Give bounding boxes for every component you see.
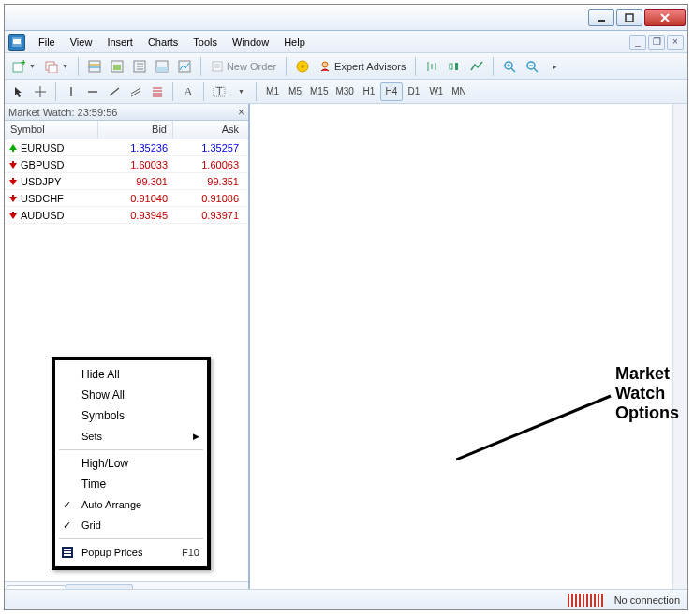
ctx-high-low[interactable]: High/Low bbox=[55, 453, 207, 474]
col-bid[interactable]: Bid bbox=[98, 121, 173, 139]
market-watch-close-icon[interactable]: × bbox=[238, 106, 244, 119]
svg-point-27 bbox=[322, 62, 328, 67]
timeframe-h1[interactable]: H1 bbox=[358, 82, 380, 101]
zoom-out-button[interactable] bbox=[522, 56, 542, 77]
drawing-toolbar: A T ▼ M1M5M15M30H1H4D1W1MN bbox=[5, 80, 687, 104]
direction-down-icon bbox=[8, 194, 18, 203]
more-button[interactable]: ▸ bbox=[544, 56, 565, 77]
svg-rect-31 bbox=[450, 64, 452, 69]
symbol-row-gbpusd[interactable]: GBPUSD1.600331.60063 bbox=[5, 156, 248, 173]
direction-down-icon bbox=[8, 160, 18, 169]
menu-file[interactable]: File bbox=[31, 34, 63, 51]
symbol-row-usdchf[interactable]: USDCHF0.910400.91086 bbox=[5, 190, 248, 207]
ctx-time[interactable]: Time bbox=[55, 474, 207, 494]
svg-rect-21 bbox=[179, 61, 190, 72]
timeframe-mn[interactable]: MN bbox=[448, 82, 470, 101]
trendline-tool[interactable] bbox=[104, 81, 125, 102]
app-icon bbox=[8, 34, 25, 51]
new-order-button[interactable]: New Order bbox=[207, 56, 280, 77]
vertical-scrollbar[interactable] bbox=[672, 104, 687, 602]
menu-view[interactable]: View bbox=[63, 34, 100, 51]
ctx-symbols[interactable]: Symbols bbox=[55, 405, 207, 426]
zoom-in-button[interactable] bbox=[499, 56, 520, 77]
navigator-toggle[interactable] bbox=[129, 56, 150, 77]
mdi-close-button[interactable]: × bbox=[667, 35, 684, 50]
arrows-tool[interactable]: ▼ bbox=[230, 81, 251, 102]
bid-value: 1.35236 bbox=[98, 142, 173, 154]
ask-value: 0.93971 bbox=[173, 210, 248, 221]
ask-value: 1.60063 bbox=[173, 159, 248, 170]
menu-window[interactable]: Window bbox=[225, 34, 276, 51]
minimize-button[interactable] bbox=[588, 9, 614, 26]
svg-line-34 bbox=[511, 68, 515, 72]
symbol-name: USDJPY bbox=[21, 176, 61, 187]
market-watch-title-text: Market Watch: 23:59:56 bbox=[8, 107, 117, 118]
menu-help[interactable]: Help bbox=[276, 34, 313, 51]
data-window-toggle[interactable] bbox=[107, 56, 127, 77]
svg-rect-57 bbox=[64, 554, 71, 556]
ctx-show-all[interactable]: Show All bbox=[55, 385, 207, 405]
meta-editor-button[interactable] bbox=[292, 56, 313, 77]
svg-rect-56 bbox=[64, 551, 71, 553]
ask-value: 99.351 bbox=[173, 176, 248, 187]
timeframe-h4[interactable]: H4 bbox=[380, 82, 403, 101]
mdi-minimize-button[interactable]: _ bbox=[629, 35, 646, 50]
text-label-tool[interactable]: T bbox=[209, 81, 229, 102]
menu-charts[interactable]: Charts bbox=[140, 34, 185, 51]
ctx-popup-prices[interactable]: Popup PricesF10 bbox=[55, 542, 207, 563]
svg-rect-1 bbox=[626, 14, 633, 22]
col-ask[interactable]: Ask bbox=[173, 121, 248, 139]
ctx-hide-all[interactable]: Hide All bbox=[55, 364, 207, 385]
timeframe-d1[interactable]: D1 bbox=[403, 82, 425, 101]
ctx-sets[interactable]: Sets▶ bbox=[55, 426, 207, 447]
timeframe-m15[interactable]: M15 bbox=[306, 82, 332, 101]
channel-tool[interactable] bbox=[126, 81, 146, 102]
new-chart-button[interactable]: +▼ bbox=[8, 56, 39, 77]
ctx-auto-arrange[interactable]: ✓Auto Arrange bbox=[55, 494, 207, 515]
col-symbol[interactable]: Symbol bbox=[5, 121, 98, 139]
profiles-button[interactable]: ▼ bbox=[41, 56, 72, 77]
svg-line-45 bbox=[131, 88, 140, 94]
menu-tools[interactable]: Tools bbox=[185, 34, 225, 51]
direction-down-icon bbox=[8, 177, 18, 186]
crosshair-tool[interactable] bbox=[30, 81, 51, 102]
timeframe-m30[interactable]: M30 bbox=[332, 82, 357, 101]
symbol-name: GBPUSD bbox=[21, 159, 64, 170]
terminal-toggle[interactable] bbox=[152, 56, 172, 77]
svg-line-53 bbox=[456, 396, 611, 460]
chart-line-button[interactable] bbox=[466, 56, 487, 77]
close-button[interactable] bbox=[644, 9, 686, 26]
annotation-label: Market Watch Options bbox=[615, 364, 679, 423]
text-tool[interactable]: A bbox=[178, 81, 199, 102]
timeframe-m1[interactable]: M1 bbox=[261, 82, 284, 101]
svg-text:+: + bbox=[21, 60, 25, 67]
mdi-restore-button[interactable]: ❐ bbox=[648, 35, 665, 50]
symbol-row-audusd[interactable]: AUDUSD0.939450.93971 bbox=[5, 207, 248, 224]
timeframe-m5[interactable]: M5 bbox=[284, 82, 306, 101]
cursor-tool[interactable] bbox=[8, 81, 29, 102]
shortcut-label: F10 bbox=[182, 547, 199, 558]
symbol-row-eurusd[interactable]: EURUSD1.352361.35257 bbox=[5, 139, 248, 156]
application-window: File View Insert Charts Tools Window Hel… bbox=[4, 4, 688, 610]
timeframe-w1[interactable]: W1 bbox=[425, 82, 448, 101]
fibo-tool[interactable] bbox=[147, 81, 168, 102]
symbol-name: AUDUSD bbox=[21, 210, 64, 221]
maximize-button[interactable] bbox=[616, 9, 642, 26]
bid-value: 99.301 bbox=[98, 176, 173, 187]
svg-rect-10 bbox=[89, 61, 100, 72]
check-icon: ✓ bbox=[63, 499, 71, 511]
chart-bars-button[interactable] bbox=[421, 56, 442, 77]
strategy-tester-toggle[interactable] bbox=[174, 56, 195, 77]
ctx-grid[interactable]: ✓Grid bbox=[55, 515, 207, 535]
vline-tool[interactable] bbox=[61, 81, 81, 102]
expert-advisors-button[interactable]: Expert Advisors bbox=[315, 56, 409, 77]
svg-point-26 bbox=[301, 65, 304, 68]
titlebar bbox=[5, 5, 687, 31]
market-watch-toggle[interactable] bbox=[84, 56, 105, 77]
main-toolbar: +▼ ▼ New Order Expert Advisors ▸ bbox=[5, 53, 687, 80]
hline-tool[interactable] bbox=[82, 81, 103, 102]
symbol-row-usdjpy[interactable]: USDJPY99.30199.351 bbox=[5, 173, 248, 190]
menu-insert[interactable]: Insert bbox=[99, 34, 140, 51]
svg-rect-14 bbox=[113, 65, 121, 70]
chart-candles-button[interactable] bbox=[444, 56, 465, 77]
